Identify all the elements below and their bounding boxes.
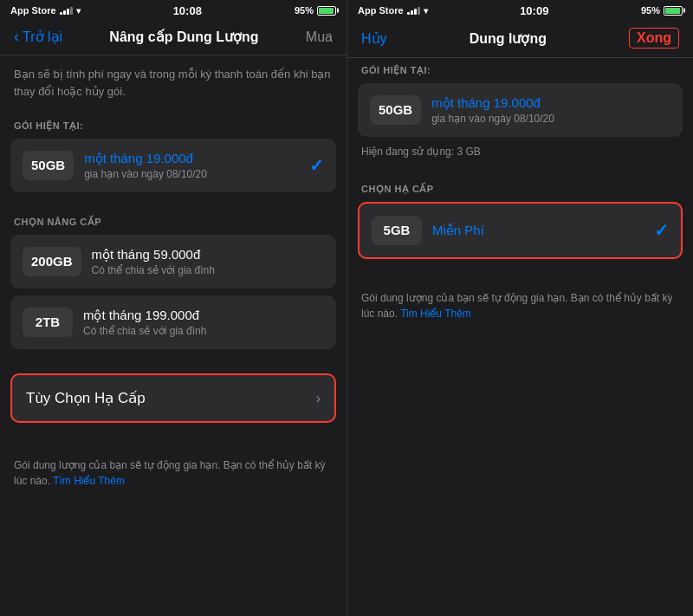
upgrade-200gb-price: một tháng 59.000đ (92, 247, 324, 263)
current-plan-card-2[interactable]: 50GB một tháng 19.000đ gia hạn vào ngày … (358, 83, 683, 137)
battery-icon (317, 6, 336, 16)
current-plan-storage-2: 50GB (370, 95, 421, 125)
status-bar-right: App Store ▾ 10:09 95% (347, 0, 693, 21)
battery-percent-2: 95% (641, 5, 660, 16)
downgrade-5gb-info: Miễn Phí (432, 223, 644, 238)
content-area-2: GÓI HIỆN TẠI: 50GB một tháng 19.000đ gia… (347, 58, 693, 616)
upgrade-2tb-price: một tháng 199.000đ (83, 308, 324, 323)
nav-bar: ‹ Trở lại Nâng cấp Dung Lượng Mua (0, 21, 346, 55)
back-label: Trở lại (23, 29, 62, 45)
back-chevron-icon: ‹ (14, 28, 19, 46)
cancel-button[interactable]: Hủy (361, 30, 387, 47)
footer-link-2[interactable]: Tim Hiểu Thêm (400, 308, 471, 320)
current-section-header-2: GÓI HIỆN TẠI: (347, 58, 693, 80)
upgrade-200gb-info: một tháng 59.000đ Có thể chia sẻ với gia… (92, 247, 324, 276)
signal-bars (60, 6, 73, 15)
current-plan-storage: 50GB (23, 151, 74, 180)
status-left: App Store ▾ (10, 5, 81, 16)
downgrade-plan-checkmark: ✓ (654, 220, 669, 241)
upgrade-plan-200gb[interactable]: 200GB một tháng 59.000đ Có thể chia sẻ v… (10, 235, 336, 289)
downgrade-plan-5gb[interactable]: 5GB Miễn Phí ✓ (358, 202, 683, 259)
footer-link[interactable]: Tìm Hiểu Thêm (53, 475, 125, 487)
downgrade-section-header: CHỌN HẠ CẤP (347, 177, 693, 198)
buy-button[interactable]: Mua (306, 29, 333, 45)
time-display: 10:08 (173, 4, 202, 17)
content-area: Bạn sẽ bị tính phí ngay và trong mỗi kỳ … (0, 55, 346, 616)
battery-percent: 95% (295, 5, 314, 16)
upgrade-plan-2tb[interactable]: 2TB một tháng 199.000đ Có thể chia sẻ vớ… (10, 295, 336, 349)
downgrade-option-label: Tùy Chọn Hạ Cấp (26, 389, 146, 407)
upgrade-2tb-storage: 2TB (23, 308, 73, 337)
current-plan-card[interactable]: 50GB một tháng 19.000đ gia hạn vào ngày … (10, 139, 336, 192)
current-plan-info: một tháng 19.000đ gia hạn vào ngày 08/10… (84, 151, 299, 180)
usage-text: Hiện đang sử dụng: 3 GB (347, 140, 693, 163)
footer-text: Gói dung lượng của bạn sẽ tự động gia hạ… (0, 444, 346, 497)
chevron-right-icon: › (316, 391, 321, 406)
current-plan-price-2: một tháng 19.000đ (431, 95, 670, 111)
description-text: Bạn sẽ bị tính phí ngay và trong mỗi kỳ … (0, 55, 346, 113)
downgrade-5gb-storage: 5GB (372, 216, 422, 245)
current-plan-info-2: một tháng 19.000đ gia hạn vào ngày 08/10… (431, 95, 670, 125)
app-store-label-2: App Store (358, 5, 404, 16)
current-section-header: GÓI HIỆN TẠI: (0, 113, 346, 135)
upgrade-200gb-storage: 200GB (23, 247, 81, 276)
downgrade-5gb-price: Miễn Phí (432, 223, 644, 238)
upgrade-200gb-subtitle: Có thể chia sẻ với gia đình (92, 264, 324, 276)
upgrade-2tb-subtitle: Có thể chia sẻ với gia đình (83, 325, 324, 337)
nav-bar-2: Hủy Dung lượng Xong (347, 21, 693, 58)
upgrade-2tb-info: một tháng 199.000đ Có thể chia sẻ với gi… (83, 308, 324, 337)
back-button[interactable]: ‹ Trở lại (14, 28, 62, 46)
screen-downgrade: App Store ▾ 10:09 95% Hủy Dung lượng Xon… (346, 0, 693, 616)
app-store-label: App Store (10, 5, 56, 16)
status-right: 95% (295, 5, 336, 16)
footer-text-2: Gói dung lượng của bạn sẽ tự động gia hạ… (347, 276, 693, 330)
current-plan-renewal: gia hạn vào ngày 08/10/20 (84, 168, 299, 180)
upgrade-section-header: CHỌN NÂNG CẤP (0, 210, 346, 231)
screen-upgrade: App Store ▾ 10:08 95% ‹ Trở lại Nâng cấp… (0, 0, 346, 616)
wifi-icon-2: ▾ (424, 6, 428, 16)
page-title: Nâng cấp Dung Lượng (109, 29, 258, 45)
page-title-2: Dung lượng (470, 30, 547, 47)
battery-icon-2 (664, 6, 683, 16)
current-plan-checkmark: ✓ (309, 155, 324, 176)
current-plan-renewal-2: gia hạn vào ngày 08/10/20 (431, 113, 670, 125)
downgrade-option-button[interactable]: Tùy Chọn Hạ Cấp › (10, 373, 336, 423)
current-plan-price: một tháng 19.000đ (84, 151, 299, 166)
wifi-icon: ▾ (76, 6, 81, 16)
time-display-2: 10:09 (520, 4, 548, 17)
signal-bars-2 (407, 6, 420, 15)
done-button[interactable]: Xong (629, 28, 679, 49)
status-right-2: 95% (641, 5, 683, 16)
status-left-2: App Store ▾ (358, 5, 428, 16)
status-bar-left: App Store ▾ 10:08 95% (0, 0, 346, 21)
